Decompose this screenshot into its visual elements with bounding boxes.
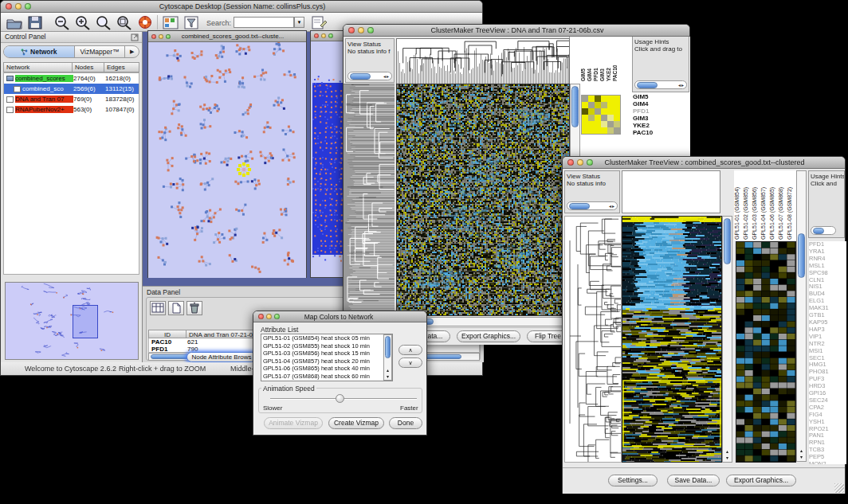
search-dropdown-button[interactable]: ▼ (294, 17, 304, 28)
minimize-button[interactable] (15, 3, 22, 10)
minimize-button[interactable] (577, 159, 583, 166)
node-attribute-icon[interactable] (162, 15, 179, 30)
zoom-selected-icon[interactable] (95, 15, 112, 30)
usage-hints-scrollbar[interactable]: ◂▸ (634, 80, 687, 89)
node-attribute-browser-button[interactable]: Node Attribute Brows (186, 352, 257, 362)
zoom-button[interactable] (587, 159, 593, 166)
attribute-item[interactable]: GPL51-01 (GSM854) heat shock 05 min (261, 334, 392, 342)
save-icon[interactable] (26, 15, 44, 30)
network-table-row[interactable]: combined_scores 2764(0) 16218(0) (4, 73, 139, 84)
save-data-button[interactable]: Save Data... (667, 475, 720, 486)
help-icon[interactable] (136, 15, 154, 30)
column-header[interactable]: Network (3, 62, 73, 72)
network-table-row[interactable]: combined_sco 2569(6) 13112(15) (4, 84, 139, 94)
filter-icon[interactable] (183, 15, 200, 30)
animate-vizmap-button[interactable]: Animate Vizmap (264, 417, 323, 429)
column-header[interactable]: Nodes (73, 62, 104, 72)
attribute-list[interactable]: GPL51-01 (GSM854) heat shock 05 minGPL51… (261, 334, 393, 381)
done-button[interactable]: Done (389, 417, 422, 429)
settings-button[interactable]: Settings... (608, 475, 658, 486)
treeview1-title-bar[interactable]: ClusterMaker TreeView : DNA and Tran 07-… (344, 25, 689, 37)
view-status-scrollbar[interactable]: ◂▸ (567, 201, 618, 210)
zoom-heatmap-canvas[interactable] (736, 241, 796, 463)
global-vertical-scrollbar[interactable]: ▴▾ (722, 216, 732, 463)
network-table-row[interactable]: DNA and Tran 07 769(0) 183728(0) (4, 94, 139, 104)
float-panel-icon[interactable] (131, 33, 139, 41)
column-dendrogram-canvas[interactable] (396, 38, 570, 84)
dialog-title-bar[interactable]: Map Colors to Network (253, 311, 426, 322)
resize-grip[interactable] (834, 483, 844, 493)
attribute-item[interactable]: GPL51-06 (GSM865) heat shock 40 min (261, 365, 392, 373)
zoom-in-icon[interactable] (74, 15, 92, 30)
gene-label[interactable]: PAC10 (633, 129, 689, 136)
search-input[interactable] (234, 17, 294, 28)
summary-heatmap-matrix[interactable] (581, 95, 621, 135)
network-window-a[interactable]: combined_scores_good.txt--cluste... (147, 30, 307, 278)
attribute-list-scrollbar[interactable]: ▴▾ (383, 334, 392, 381)
gene-label[interactable]: YKE2 (633, 122, 689, 129)
heatmap-canvas[interactable] (396, 84, 570, 316)
minimize-button[interactable] (159, 34, 163, 39)
treeview1-title: ClusterMaker TreeView : DNA and Tran 07-… (374, 26, 689, 34)
close-button[interactable] (258, 314, 264, 319)
close-button[interactable] (348, 27, 355, 33)
attribute-item[interactable]: GPL51-07 (GSM868) heat shock 60 min (261, 373, 392, 381)
network-view-canvas[interactable] (148, 42, 306, 278)
usage-hints-text: Click and (809, 180, 844, 187)
tab-vizmapper[interactable]: VizMapper™ (75, 46, 126, 57)
new-attribute-button[interactable] (168, 301, 184, 315)
gene-label[interactable]: GIM3 (633, 115, 689, 122)
close-button[interactable] (6, 3, 12, 10)
open-icon[interactable] (6, 15, 23, 30)
gene-label[interactable]: GIM5 (633, 93, 689, 100)
row-dendrogram-canvas[interactable] (564, 216, 622, 463)
column-header[interactable]: ID (148, 330, 186, 338)
main-window-title: Cytoscape Desktop (Session Name: collins… (31, 2, 482, 10)
global-heatmap-canvas[interactable] (622, 216, 722, 463)
export-graphics-button[interactable]: Export Graphics... (457, 330, 520, 342)
minimize-button[interactable] (358, 27, 364, 33)
network-overview[interactable] (5, 282, 139, 360)
animation-speed-slider-thumb[interactable] (336, 394, 344, 403)
gene-label[interactable]: GIM4 (633, 100, 689, 107)
main-title-bar[interactable]: Cytoscape Desktop (Session Name: collins… (1, 1, 482, 13)
right-vertical-scrollbar[interactable]: ▴▾ (796, 170, 807, 462)
network-edges: 13112(15) (105, 85, 139, 92)
zoom-fit-icon[interactable] (116, 15, 133, 30)
minimize-button[interactable] (266, 314, 272, 319)
move-down-button[interactable]: ∨ (398, 357, 422, 368)
attribute-item[interactable]: GPL51-03 (GSM856) heat shock 15 min (261, 350, 392, 357)
delete-attribute-button[interactable] (186, 301, 202, 315)
zoom-button[interactable] (25, 3, 31, 10)
gene-label[interactable]: PFD1 (633, 107, 689, 115)
zoom-out-icon[interactable] (53, 15, 71, 30)
overview-viewport-rect[interactable] (73, 305, 98, 338)
treeview2-title-bar[interactable]: ClusterMaker TreeView : combined_scores_… (563, 157, 845, 169)
toolbar-separator (157, 15, 158, 29)
row-dendrogram-canvas[interactable] (344, 84, 395, 315)
network-table-row[interactable]: RNAPuberNov2+ 563(0) 107847(0) (4, 104, 139, 115)
create-vizmap-button[interactable]: Create Vizmap (328, 417, 384, 429)
attribute-item[interactable]: GPL51-04 (GSM857) heat shock 20 min (261, 357, 392, 365)
view-status-scrollbar[interactable]: ◂▸ (347, 72, 392, 80)
column-header[interactable]: Edges (104, 62, 139, 72)
attribute-select-button[interactable] (150, 301, 166, 315)
export-graphics-button[interactable]: Export Graphics... (726, 475, 796, 486)
close-button[interactable] (567, 159, 574, 166)
column-label: PFD1 (593, 38, 599, 81)
attribute-item[interactable]: GPL51-02 (GSM855) heat shock 10 min (261, 342, 392, 350)
zoom-button[interactable] (367, 27, 374, 33)
usage-hints-scrollbar[interactable] (811, 226, 836, 235)
zoom-button[interactable] (274, 314, 280, 319)
annotation-icon[interactable] (310, 15, 328, 30)
zoom-button[interactable] (328, 33, 333, 38)
minimize-button[interactable] (321, 33, 326, 38)
tab-overflow-button[interactable]: ▶ (125, 46, 139, 57)
gene-label[interactable]: MON2 (809, 461, 846, 464)
tab-network[interactable]: Network (4, 46, 75, 57)
column-label: GIM3 (599, 38, 606, 81)
close-button[interactable] (314, 33, 319, 38)
move-up-button[interactable]: ∧ (398, 345, 422, 355)
close-button[interactable] (151, 34, 156, 39)
column-label: GPL51-06 (GSM865) (769, 171, 778, 240)
